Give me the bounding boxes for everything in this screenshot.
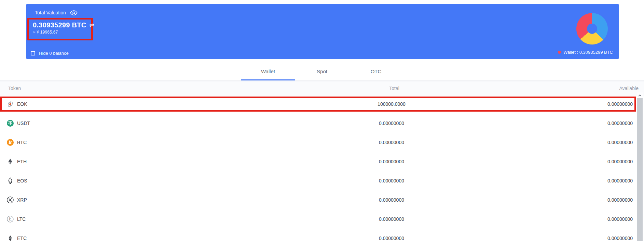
available-value: 0.00000000 [607, 216, 633, 222]
hide-zero-label[interactable]: Hide 0 balance [39, 51, 69, 56]
token-row-eos[interactable]: EOS 0.00000000 0.00000000 [0, 173, 636, 188]
token-name: ETC [17, 236, 27, 241]
total-value: 0.00000000 [379, 197, 404, 203]
token-row-eok[interactable]: EOK 100000.0000 0.00000000 [0, 97, 636, 112]
tabs-bar: Wallet Spot OTC [0, 63, 644, 80]
token-name: XRP [17, 197, 27, 203]
total-value: 0.00000000 [379, 120, 404, 126]
token-row-xrp[interactable]: XRP 0.00000000 0.00000000 [0, 192, 636, 207]
available-value: 0.00000000 [607, 197, 633, 203]
eth-icon [7, 158, 14, 165]
token-name: BTC [17, 140, 27, 145]
usdt-icon [7, 120, 14, 127]
svg-text:Ł: Ł [9, 217, 12, 221]
available-value: 0.00000000 [607, 178, 633, 183]
token-row-eth[interactable]: ETH 0.00000000 0.00000000 [0, 154, 636, 169]
token-name: ETH [17, 159, 27, 164]
tab-wallet[interactable]: Wallet [241, 63, 295, 80]
total-valuation-fiat: ≈ ¥ 19965.67 [33, 30, 91, 35]
legend-dot [558, 51, 561, 54]
eos-icon [7, 177, 14, 184]
available-value: 0.00000000 [607, 140, 633, 145]
token-name: USDT [17, 120, 30, 126]
total-value: 0.00000000 [379, 178, 404, 183]
hide-zero-checkbox[interactable] [31, 51, 35, 55]
total-value: 0.00000000 [379, 216, 404, 222]
scroll-up-button[interactable] [637, 92, 643, 98]
wallet-legend-label: Wallet : 0.30935299 BTC [563, 50, 613, 55]
token-name: EOS [17, 178, 27, 183]
available-value: 0.00000000 [607, 101, 633, 107]
tab-spot[interactable]: Spot [295, 63, 349, 80]
swap-icon[interactable]: ⇌ [90, 22, 95, 29]
scrollbar-thumb[interactable] [637, 98, 643, 241]
token-table-header: Token Total Available [0, 80, 644, 97]
page-top-area: Total Valuation 0.30935299 BTC ⇌ ≈ ¥ 199… [0, 0, 644, 63]
btc-icon: B [7, 139, 14, 146]
column-header-available: Available [619, 86, 639, 91]
available-value: 0.00000000 [607, 159, 633, 164]
available-value: 0.00000000 [607, 236, 633, 241]
tab-otc[interactable]: OTC [349, 63, 403, 80]
wallet-distribution-donut [576, 13, 608, 45]
annotation-box-total-value: 0.30935299 BTC ⇌ ≈ ¥ 19965.67 [27, 18, 93, 40]
token-row-etc[interactable]: ETC 0.00000000 0.00000000 [0, 231, 636, 241]
total-value: 0.00000000 [379, 159, 404, 164]
total-value: 100000.0000 [378, 101, 406, 107]
table-scrollbar[interactable] [637, 92, 643, 241]
total-value: 0.00000000 [379, 236, 404, 241]
total-valuation-card: Total Valuation 0.30935299 BTC ⇌ ≈ ¥ 199… [26, 4, 619, 59]
available-value: 0.00000000 [607, 120, 633, 126]
token-name: LTC [17, 216, 26, 222]
token-name: EOK [17, 101, 27, 107]
eye-icon[interactable] [70, 10, 78, 15]
xrp-icon [7, 196, 14, 203]
column-header-total: Total [389, 86, 399, 91]
token-row-ltc[interactable]: Ł LTC 0.00000000 0.00000000 [0, 212, 636, 227]
total-value: 0.00000000 [379, 140, 404, 145]
total-valuation-label: Total Valuation [35, 10, 66, 15]
token-table-body: EOK 100000.0000 0.00000000 USDT 0.000000… [0, 97, 636, 241]
token-row-usdt[interactable]: USDT 0.00000000 0.00000000 [0, 116, 636, 131]
ltc-icon: Ł [7, 216, 14, 223]
column-header-token: Token [8, 86, 316, 91]
token-row-btc[interactable]: B BTC 0.00000000 0.00000000 [0, 135, 636, 150]
eok-icon [7, 101, 14, 107]
total-valuation-btc: 0.30935299 BTC [33, 21, 86, 29]
etc-icon [7, 235, 14, 241]
